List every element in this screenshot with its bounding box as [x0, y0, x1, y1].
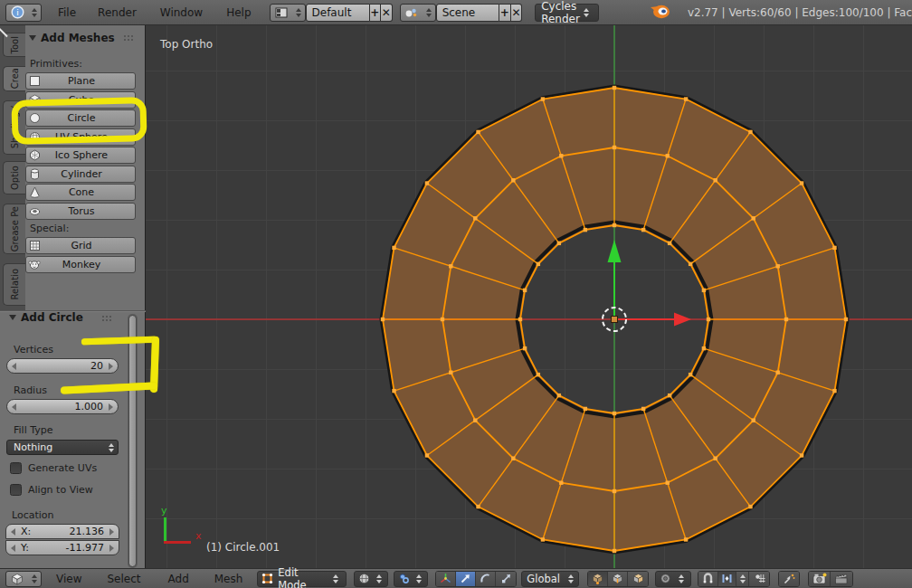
shelf-tab-options[interactable]: Optio [3, 161, 25, 194]
location-y-field[interactable]: Y: -11.977 [5, 540, 119, 555]
menu-file[interactable]: File [54, 6, 80, 19]
add-grid-button[interactable]: Grid [25, 237, 136, 254]
increment-icon[interactable] [109, 363, 113, 370]
shelf-tab-grease-pencil[interactable]: Grease Pe [3, 204, 25, 254]
add-torus-button[interactable]: Torus [25, 203, 136, 220]
scene-name-field[interactable]: Scene [436, 4, 499, 22]
viewport-shading-dropdown[interactable] [354, 571, 388, 587]
vertices-slider[interactable]: 20 [6, 358, 119, 374]
location-x-field[interactable]: X: 21.136 [5, 524, 119, 539]
proportional-edit-dropdown[interactable] [655, 571, 691, 587]
object-info-label: (1) Circle.001 [206, 541, 280, 554]
close-icon: ✕ [511, 6, 520, 19]
editor-type-icon [6, 573, 28, 585]
editor-type-selector-info[interactable]: i [5, 4, 42, 22]
radius-slider[interactable]: 1.000 [6, 399, 119, 414]
y-axis-icon [164, 517, 166, 541]
delete-layout-button[interactable]: ✕ [381, 4, 393, 22]
increment-icon[interactable] [109, 528, 114, 536]
add-cylinder-button[interactable]: Cylinder [25, 166, 136, 183]
face-select-button[interactable] [628, 572, 648, 586]
radius-label: Radius [14, 384, 47, 396]
mesh-circle-ring[interactable] [146, 25, 912, 568]
opengl-render-still-button[interactable] [809, 572, 831, 586]
vertices-label: Vertices [14, 344, 53, 356]
increment-icon[interactable] [109, 403, 113, 411]
chevron-updown-icon [565, 574, 574, 583]
add-cone-button[interactable]: Cone [25, 184, 136, 201]
ico-sphere-icon [26, 149, 43, 161]
scrollbar-thumb[interactable] [128, 315, 137, 567]
menu-help[interactable]: Help [223, 6, 254, 19]
opengl-render-anim-button[interactable] [831, 572, 852, 586]
rotate-manipulator-button[interactable] [476, 572, 496, 586]
shelf-scrollbar[interactable] [128, 314, 138, 568]
menu-window[interactable]: Window [157, 6, 206, 19]
menu-select[interactable]: Select [103, 573, 144, 585]
align-to-view-checkbox[interactable]: Align to View [10, 484, 93, 496]
manipulator-toggle-button[interactable] [436, 572, 456, 586]
editor-type-selector-3dview[interactable] [5, 571, 42, 587]
grid-icon [26, 240, 43, 251]
location-label: Location [12, 509, 54, 521]
shelf-tab-relations[interactable]: Relatio [3, 263, 25, 306]
add-layout-button[interactable]: + [370, 4, 382, 22]
fill-type-dropdown[interactable]: Nothing [6, 440, 119, 455]
manipulator-center-group [778, 571, 800, 587]
scene-selector[interactable] [400, 4, 436, 22]
view-name-label: Top Ortho [160, 38, 213, 51]
monkey-icon [26, 259, 43, 270]
snap-target-icon [754, 573, 765, 584]
transform-orientation-dropdown[interactable]: Global [521, 571, 579, 587]
info-header: i File Render Window Help Default + ✕ Sc… [0, 0, 912, 25]
face-select-icon [632, 573, 644, 584]
vertex-select-button[interactable] [588, 572, 608, 586]
manipulate-center-points-button[interactable] [779, 572, 799, 586]
snap-element-button[interactable] [718, 572, 736, 586]
add-plane-button[interactable]: Plane [25, 72, 136, 90]
snap-toggle-button[interactable] [698, 572, 718, 586]
menu-view[interactable]: View [52, 573, 85, 585]
viewport-header: View Select Add Mesh Edit Mode [0, 568, 912, 588]
snap-target-button[interactable] [749, 572, 769, 586]
snap-element-chevrons[interactable] [736, 572, 749, 586]
add-monkey-button[interactable]: Monkey [25, 256, 136, 273]
blender-logo-icon [650, 2, 671, 24]
translate-manipulator-button[interactable] [456, 572, 476, 586]
edit-mode-icon [261, 573, 273, 584]
scale-manipulator-button[interactable] [496, 572, 516, 586]
collapse-triangle-icon [29, 35, 36, 41]
translate-icon [460, 573, 471, 584]
rotate-icon [480, 573, 491, 584]
manipulator-center-icon [784, 573, 795, 584]
circle-button-highlight [11, 97, 147, 145]
increment-icon[interactable] [109, 545, 114, 552]
pivot-point-icon [394, 573, 413, 584]
add-circle-panel-header[interactable]: Add Circle [9, 311, 83, 324]
mode-dropdown[interactable]: Edit Mode [257, 571, 347, 587]
info-editor-icon: i [6, 5, 28, 19]
render-engine-dropdown[interactable]: Cycles Render [535, 4, 599, 22]
layout-name-field[interactable]: Default [306, 4, 370, 22]
generate-uvs-checkbox[interactable]: Generate UVs [10, 462, 97, 474]
viewport-3d[interactable]: Top Ortho (1) Circle.001 y x [146, 25, 912, 568]
shelf-tab-create[interactable]: Crea [3, 66, 25, 91]
checkbox-icon[interactable] [10, 462, 22, 474]
checkbox-icon[interactable] [10, 484, 22, 496]
add-ico-sphere-button[interactable]: Ico Sphere [25, 147, 136, 164]
pivot-point-dropdown[interactable] [394, 571, 428, 587]
panel-grip-icon[interactable] [101, 315, 114, 321]
svg-text:i: i [16, 8, 19, 17]
menu-mesh[interactable]: Mesh [211, 573, 247, 585]
scene-statistics: v2.77 | Verts:60/60 | Edges:100/100 | Fa… [688, 6, 912, 19]
edge-select-button[interactable] [608, 572, 628, 586]
chevron-updown-icon [740, 574, 746, 583]
chevron-updown-icon [675, 574, 688, 583]
panel-grip-icon[interactable] [123, 34, 136, 41]
add-meshes-panel-header[interactable]: Add Meshes [29, 32, 115, 44]
add-scene-button[interactable]: + [499, 4, 511, 22]
menu-add[interactable]: Add [165, 573, 193, 585]
menu-render[interactable]: Render [94, 6, 140, 19]
screen-layout-selector[interactable] [270, 4, 306, 22]
delete-scene-button[interactable]: ✕ [511, 4, 523, 22]
